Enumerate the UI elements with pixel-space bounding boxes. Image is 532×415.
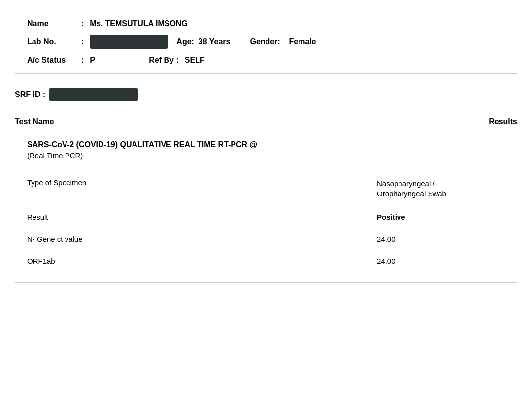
ac-value: P — [90, 56, 149, 64]
result-value: Positive — [377, 213, 505, 221]
patient-info-box: Name : Ms. TEMSUTULA IMSONG Lab No. : Ag… — [15, 10, 517, 74]
test-title: SARS-CoV-2 (COVID-19) QUALITATIVE REAL T… — [27, 140, 505, 149]
gender-label: Gender: — [250, 37, 280, 46]
specimen-value-line2: Oropharyngeal Swab — [377, 190, 446, 198]
lab-no-redacted — [90, 35, 168, 49]
lab-label: Lab No. — [27, 37, 81, 46]
ac-label: A/c Status — [27, 56, 81, 64]
age-value: 38 Years — [199, 37, 231, 46]
srf-label: SRF ID : — [15, 90, 45, 99]
n-gene-row: N- Gene ct value 24.00 — [27, 228, 505, 250]
header-test-name: Test Name — [15, 117, 54, 126]
orf-row: ORF1ab 24.00 — [27, 250, 505, 272]
name-row: Name : Ms. TEMSUTULA IMSONG — [27, 19, 505, 28]
gender-value: Female — [289, 37, 316, 46]
name-colon: : — [81, 19, 84, 28]
specimen-value: Nasopharyngeal / Oropharyngeal Swab — [377, 178, 505, 199]
n-gene-label: N- Gene ct value — [27, 235, 377, 243]
specimen-value-line1: Nasopharyngeal / — [377, 179, 435, 188]
specimen-row: Type of Specimen Nasopharyngeal / Oropha… — [27, 171, 505, 206]
result-row: Result Positive — [27, 206, 505, 228]
result-label: Result — [27, 213, 377, 221]
results-table: SARS-CoV-2 (COVID-19) QUALITATIVE REAL T… — [15, 130, 517, 283]
specimen-label: Type of Specimen — [27, 178, 377, 187]
ac-colon: : — [81, 56, 84, 64]
page-container: Name : Ms. TEMSUTULA IMSONG Lab No. : Ag… — [0, 0, 532, 415]
ref-value: SELF — [185, 56, 205, 64]
orf-value: 24.00 — [377, 257, 505, 265]
ref-label: Ref By : — [149, 56, 178, 64]
age-block: Age: 38 Years — [176, 37, 230, 46]
age-label: Age: — [176, 37, 194, 46]
section-headers: Test Name Results — [15, 113, 517, 130]
name-value: Ms. TEMSUTULA IMSONG — [90, 19, 188, 28]
header-results: Results — [489, 117, 517, 126]
lab-age-gender-row: Lab No. : Age: 38 Years Gender: Female — [27, 35, 505, 49]
test-subtitle: (Real Time PCR) — [27, 151, 505, 160]
lab-colon: : — [81, 37, 84, 46]
ac-ref-row: A/c Status : P Ref By : SELF — [27, 56, 505, 64]
n-gene-value: 24.00 — [377, 235, 505, 243]
gender-block: Gender: Female — [250, 37, 316, 46]
srf-row: SRF ID : — [15, 83, 517, 108]
name-label: Name — [27, 19, 81, 28]
srf-id-redacted — [49, 88, 138, 101]
orf-label: ORF1ab — [27, 257, 377, 265]
age-gender-group: Age: 38 Years Gender: Female — [176, 37, 316, 46]
